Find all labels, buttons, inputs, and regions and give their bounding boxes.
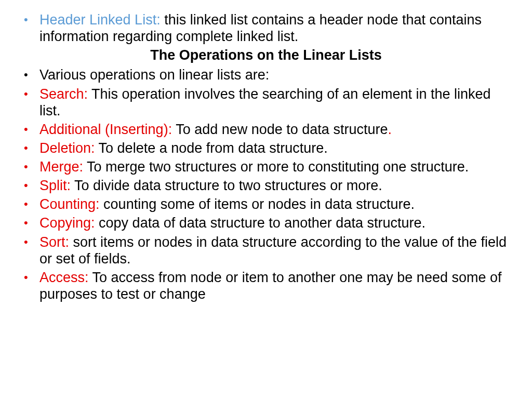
list-item: Split: To divide data structure to two s… xyxy=(21,177,511,194)
term: Header Linked List: xyxy=(39,12,164,28)
list-item: Copying: copy data of data structure to … xyxy=(21,215,511,231)
term: Additional (Inserting): xyxy=(39,122,176,137)
term: Counting: xyxy=(39,196,103,212)
trailing-period: . xyxy=(388,122,392,137)
term: Copying: xyxy=(39,215,99,231)
list-item: Additional (Inserting): To add new node … xyxy=(21,121,511,138)
item-text: counting some of items or nodes in data … xyxy=(103,196,415,212)
term: Search: xyxy=(39,86,91,102)
list-item: Various operations on linear lists are: xyxy=(21,66,511,83)
item-text: sort items or nodes in data structure ac… xyxy=(39,234,507,267)
list-item: Counting: counting some of items or node… xyxy=(21,196,511,212)
term: Sort: xyxy=(39,234,73,250)
item-text: To merge two structures or more to const… xyxy=(87,159,469,175)
slide-content: Header Linked List: this linked list con… xyxy=(21,11,511,302)
list-item: Deletion: To delete a node from data str… xyxy=(21,140,511,156)
term: Access: xyxy=(39,270,92,285)
list-item: Access: To access from node or item to a… xyxy=(21,269,511,302)
item-text: Various operations on linear lists are: xyxy=(39,67,269,83)
term: Split: xyxy=(39,178,74,193)
list-item: Sort: sort items or nodes in data struct… xyxy=(21,234,511,267)
list-item: Merge: To merge two structures or more t… xyxy=(21,158,511,175)
section-heading: The Operations on the Linear Lists xyxy=(21,47,511,63)
item-text: To access from node or item to another o… xyxy=(39,270,501,302)
item-text: This operation involves the searching of… xyxy=(39,86,491,118)
item-text: To add new node to data structure xyxy=(176,122,388,137)
term: Merge: xyxy=(39,159,87,175)
item-text: To divide data structure to two structur… xyxy=(74,178,382,193)
list-item: Header Linked List: this linked list con… xyxy=(21,11,511,45)
term: Deletion: xyxy=(39,140,99,156)
item-text: To delete a node from data structure. xyxy=(99,140,328,156)
item-text: copy data of data structure to another d… xyxy=(99,215,425,231)
list-item: Search: This operation involves the sear… xyxy=(21,86,511,119)
